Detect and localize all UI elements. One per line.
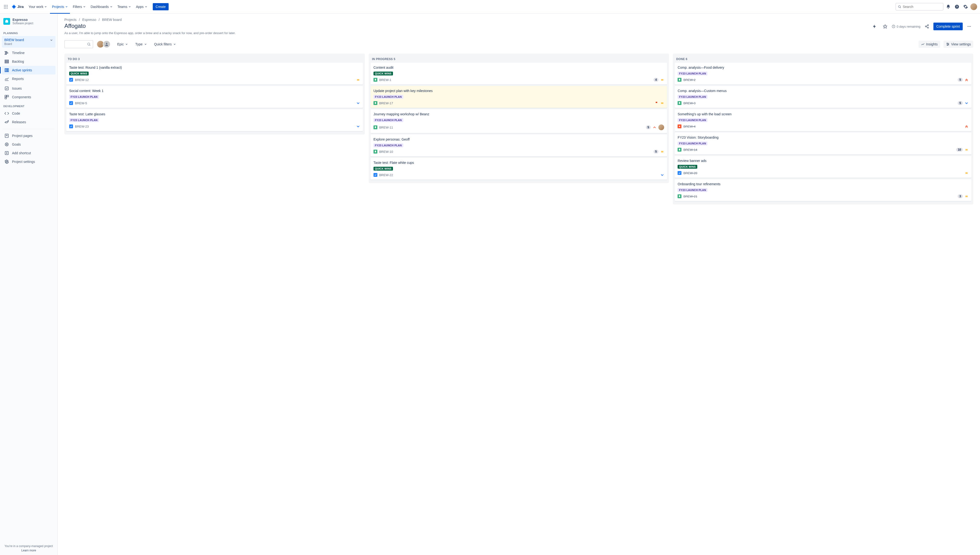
learn-more-link[interactable]: Learn more <box>3 549 54 552</box>
sidebar-item-project-settings[interactable]: Project settings <box>2 157 56 166</box>
sidebar-item-goals[interactable]: Goals <box>2 140 56 149</box>
epic-label[interactable]: FY23 LAUNCH PLAN <box>677 95 708 99</box>
section-planning: PLANNING <box>0 28 58 36</box>
issue-key[interactable]: BREW-4 <box>683 125 695 128</box>
card-brew-2[interactable]: Comp. analysis—Food deliveryFY23 LAUNCH … <box>675 63 971 85</box>
jira-logo[interactable]: Jira <box>10 4 26 9</box>
nav-filters[interactable]: Filters <box>71 3 88 10</box>
sidebar-item-backlog[interactable]: Backlog <box>2 57 56 66</box>
automation-icon[interactable] <box>871 23 879 30</box>
card-brew-1[interactable]: Content auditQUICK WINSBREW-14 <box>371 63 667 85</box>
more-icon[interactable] <box>965 23 973 30</box>
card-brew-5[interactable]: Social content: Week 1FY23 LAUNCH PLANBR… <box>66 86 363 108</box>
unassigned-avatar[interactable] <box>103 40 110 48</box>
search-icon <box>898 5 901 9</box>
epic-label[interactable]: FY23 LAUNCH PLAN <box>677 72 708 75</box>
search-input[interactable] <box>903 5 941 9</box>
card-brew-17[interactable]: Update project plan with key milestonesF… <box>371 86 667 108</box>
epic-label[interactable]: QUICK WINS <box>373 167 393 171</box>
sidebar-icon <box>4 86 9 91</box>
card-brew-4[interactable]: Something's up with the load screenFY23 … <box>675 109 971 131</box>
card-brew-20[interactable]: Review banner adsQUICK WINSBREW-20 <box>675 156 971 178</box>
sidebar-item-code[interactable]: Code <box>2 109 56 118</box>
task-icon <box>373 173 377 177</box>
complete-sprint-button[interactable]: Complete sprint <box>934 22 963 30</box>
card-brew-3[interactable]: Comp. analysis—Custom menusFY23 LAUNCH P… <box>675 86 971 108</box>
story-points: 10 <box>956 148 963 152</box>
crumb-1[interactable]: Espresso <box>82 18 96 22</box>
issue-key[interactable]: BREW-11 <box>379 126 393 129</box>
card-brew-12[interactable]: Taste test: Round 1 (vanilla extract)QUI… <box>66 63 363 85</box>
nav-your-work[interactable]: Your work <box>27 3 49 10</box>
project-type: Software project <box>13 22 34 25</box>
card-brew-10[interactable]: Explore personas: GeoffFY23 LAUNCH PLANB… <box>371 135 667 156</box>
clock-icon <box>892 24 895 28</box>
issue-key[interactable]: BREW-23 <box>75 125 89 128</box>
sidebar-item-timeline[interactable]: Timeline <box>2 48 56 57</box>
epic-label[interactable]: FY23 LAUNCH PLAN <box>677 188 708 192</box>
share-icon[interactable] <box>923 23 931 30</box>
issue-key[interactable]: BREW-14 <box>683 148 697 152</box>
nav-apps[interactable]: Apps <box>134 3 149 10</box>
epic-label[interactable]: FY23 LAUNCH PLAN <box>69 95 99 99</box>
svg-rect-25 <box>5 95 7 97</box>
filter-epic[interactable]: Epic <box>116 41 129 48</box>
card-title: Comp. analysis—Food delivery <box>677 66 969 69</box>
task-icon <box>677 171 681 175</box>
sidebar-item-issues[interactable]: Issues <box>2 84 56 93</box>
card-brew-22[interactable]: Taste test: Flate white cupsQUICK WINSBR… <box>371 158 667 180</box>
epic-label[interactable]: FY23 LAUNCH PLAN <box>677 118 708 122</box>
crumb-0[interactable]: Projects <box>64 18 77 22</box>
nav-dashboards[interactable]: Dashboards <box>89 3 115 10</box>
filter-quick-filters[interactable]: Quick filters <box>153 41 177 48</box>
view-settings-button[interactable]: View settings <box>943 41 973 48</box>
sidebar-item-add-shortcut[interactable]: Add shortcut <box>2 149 56 157</box>
epic-label[interactable]: FY23 LAUNCH PLAN <box>677 141 708 145</box>
card-brew-23[interactable]: Taste test: Latte glassesFY23 LAUNCH PLA… <box>66 109 363 131</box>
epic-label[interactable]: QUICK WINS <box>677 165 697 168</box>
epic-label[interactable]: FY23 LAUNCH PLAN <box>373 118 403 122</box>
card-title: Taste test: Flate white cups <box>373 161 665 165</box>
sidebar-item-active-sprints[interactable]: Active sprints <box>2 66 56 74</box>
epic-label[interactable]: FY23 LAUNCH PLAN <box>373 95 403 99</box>
insights-button[interactable]: Insights <box>919 41 940 48</box>
app-switcher-icon[interactable] <box>3 4 9 10</box>
sidebar-item-releases[interactable]: Releases <box>2 118 56 127</box>
sidebar-item-components[interactable]: Components <box>2 93 56 101</box>
nav-teams[interactable]: Teams <box>115 3 133 10</box>
crumb-2[interactable]: BREW board <box>102 18 122 22</box>
issue-key[interactable]: BREW-5 <box>75 101 87 105</box>
epic-label[interactable]: FY23 LAUNCH PLAN <box>69 118 99 122</box>
epic-label[interactable]: QUICK WINS <box>373 72 393 75</box>
issue-key[interactable]: BREW-1 <box>379 78 391 82</box>
assignee-filter[interactable] <box>96 40 110 48</box>
search-box[interactable] <box>895 3 943 11</box>
user-avatar[interactable] <box>970 3 977 10</box>
notifications-icon[interactable] <box>945 3 952 11</box>
issue-key[interactable]: BREW-20 <box>683 171 697 175</box>
sidebar-item-reports[interactable]: Reports <box>2 74 56 83</box>
issue-key[interactable]: BREW-22 <box>379 173 393 177</box>
story-points: 5 <box>958 78 963 82</box>
issue-key[interactable]: BREW-2 <box>683 78 695 82</box>
nav-projects[interactable]: Projects <box>50 3 70 10</box>
settings-icon[interactable] <box>962 3 969 11</box>
issue-key[interactable]: BREW-12 <box>75 78 89 82</box>
issue-key[interactable]: BREW-10 <box>379 150 393 154</box>
board-search[interactable] <box>64 40 93 48</box>
star-icon[interactable] <box>881 23 889 30</box>
card-brew-21[interactable]: Onboarding tour refinementsFY23 LAUNCH P… <box>675 179 971 201</box>
filter-type[interactable]: Type <box>134 41 148 48</box>
help-icon[interactable]: ? <box>953 3 961 11</box>
project-header[interactable]: Espresso Software project <box>0 18 58 28</box>
board-picker[interactable]: BREW board Board <box>2 36 56 48</box>
epic-label[interactable]: QUICK WINS <box>69 72 89 75</box>
sidebar-item-project-pages[interactable]: Project pages <box>2 132 56 140</box>
create-button[interactable]: Create <box>153 3 169 10</box>
issue-key[interactable]: BREW-3 <box>683 101 695 105</box>
issue-key[interactable]: BREW-17 <box>379 101 393 105</box>
epic-label[interactable]: FY23 LAUNCH PLAN <box>373 143 403 147</box>
issue-key[interactable]: BREW-21 <box>683 195 697 198</box>
card-brew-14[interactable]: FY23 Vision: StoryboardingFY23 LAUNCH PL… <box>675 133 971 154</box>
card-brew-11[interactable]: Journey mapping workshop w/ BeanzFY23 LA… <box>371 109 667 133</box>
